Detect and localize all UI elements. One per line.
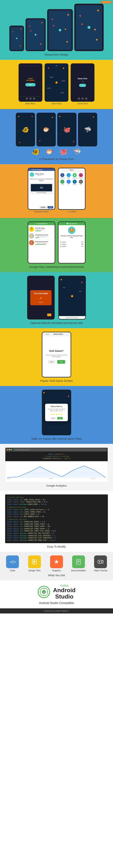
others-phone-wrapper: Share f Facebook 🐦 Twitter: [58, 168, 86, 213]
leaderboard-section: 🏆 Achievements 🏅 First 50 Coins Collect …: [0, 218, 113, 272]
svg-text:Jan 15: Jan 15: [7, 478, 11, 479]
svg-text:Feb 15: Feb 15: [49, 478, 53, 479]
code-icon-box: </>: [6, 555, 19, 568]
analytics-screenshot: // some analytics code... import 'analyt…: [5, 447, 108, 482]
easy-modify-section: //screen settings final static int GAME_…: [0, 491, 113, 552]
rate-phone: Please Rate us If you like our App, Feel…: [42, 390, 71, 435]
responsive-label: Responsive Design: [2, 53, 111, 56]
what-you-get-grid: </> Code Design Files Graphi: [2, 555, 111, 572]
responsive-phones-row: [2, 4, 111, 51]
admob-section: Test Interstitial ★ AdMob ✕: [0, 272, 113, 328]
svg-point-9: [34, 561, 35, 562]
main-menu-label: Main Menu: [25, 102, 36, 104]
documentation-item: Documentation: [69, 555, 88, 572]
fish-mascot-3: 🐙: [59, 148, 68, 156]
watermark-badge: CODECANYON: [101, 1, 112, 3]
what-you-get-section: </> Code Design Files Graphi: [0, 552, 113, 581]
pause-phone-wrapper: ← Back ShareCode.c ⋯ Exit Game? Are you …: [2, 332, 111, 377]
facebook-label: Facebook Share: [34, 211, 49, 213]
video-icon: [97, 559, 104, 565]
svg-text:Mar 15: Mar 15: [91, 478, 95, 479]
admob-phones-row: Test Interstitial ★ AdMob ✕: [2, 276, 111, 319]
interstitial-phone: Test Interstitial ★ AdMob ✕: [27, 276, 55, 319]
leaderboard-phone: 📊 Top Scores 🤩 Tell your friends how goo…: [58, 221, 86, 264]
documentation-label: Documentation: [69, 569, 88, 572]
svg-marker-10: [54, 559, 59, 564]
gameplay-phone: 12: [45, 63, 68, 102]
design-files-label: Design Files: [25, 569, 44, 572]
fish-mascot-2: 🐡: [45, 148, 54, 156]
share-section: 📘Post to Facebook Player Name Public ▾ C…: [0, 164, 113, 218]
gameplay-phones-row: Avoidthe Spikes Start Main Menu: [2, 63, 111, 104]
svg-text:</>: </>: [10, 560, 16, 564]
facebook-phone-wrapper: 📘Post to Facebook Player Name Public ▾ C…: [28, 168, 55, 213]
fish-mascots-row: 🐠 🐡 🐙 🦈: [2, 148, 111, 156]
android-studio-section: 🤖 Coding Android Studio Android Studio C…: [0, 581, 113, 608]
android-studio-logo: 🤖: [38, 586, 50, 598]
code-item: </> Code: [3, 555, 22, 572]
android-studio-logo-row: 🤖 Coding Android Studio: [4, 584, 109, 600]
pause-phone: ← Back ShareCode.c ⋯ Exit Game? Are you …: [42, 332, 71, 377]
phone-large: [47, 9, 73, 51]
documentation-icon: [75, 559, 82, 565]
char-phone-3: 🐙: [57, 113, 76, 147]
graphics-item: Graphics: [47, 555, 66, 572]
main-menu-phone: Avoidthe Spikes Start: [19, 63, 42, 102]
gameplay-wrapper: 12 Game Play: [45, 63, 68, 104]
code-label: Code: [3, 569, 22, 572]
svg-text:🤖: 🤖: [43, 591, 45, 593]
char-phone-4: 🦈: [78, 113, 97, 147]
share-phones-pair: 📘Post to Facebook Player Name Public ▾ C…: [2, 168, 111, 213]
others-phone: Share f Facebook 🐦 Twitter: [58, 168, 86, 210]
banner-phone: Advertisement Banner: [58, 276, 86, 319]
analytics-label: Google Analytics: [2, 484, 111, 487]
graphics-label: Graphics: [47, 569, 66, 572]
gameover-wrapper: Game Over 18 Ok Game Over: [71, 63, 94, 104]
gameplay-section: Avoidthe Spikes Start Main Menu: [0, 60, 113, 109]
svg-marker-3: [7, 466, 106, 478]
facebook-phone: 📘Post to Facebook Player Name Public ▾ C…: [28, 168, 55, 210]
characters-section: 🐠 🐡 🐙 🦈: [0, 109, 113, 164]
phone-medium: [25, 18, 46, 51]
characters-phones-row: 🐠 🐡 🐙 🦈: [2, 113, 111, 147]
leaderboard-label: Google Play Leaderboard and Achievements: [2, 265, 111, 269]
responsive-section: CODECANYON: [0, 0, 113, 60]
footer-bar: Powered by IntelliJ Platform.: [0, 608, 113, 614]
gameplay-label: Game Play: [51, 102, 62, 104]
fish-mascot-1: 🐠: [32, 148, 40, 156]
svg-marker-16: [99, 561, 101, 562]
design-icon: [31, 559, 38, 565]
gameover-phone: Game Over 18 Ok: [71, 63, 94, 102]
main-menu-wrapper: Avoidthe Spikes Start Main Menu: [19, 63, 42, 104]
characters-label: 4 Characters to choose from: [2, 157, 111, 160]
design-files-item: Design Files: [25, 555, 44, 572]
what-you-get-label: What You Get: [2, 574, 111, 577]
easy-modify-label: Easy To Modify: [2, 545, 111, 548]
phone-xlarge: [74, 4, 104, 51]
android-studio-title: Coding Android Studio: [53, 584, 75, 600]
analytics-section: // some analytics code... import 'analyt…: [0, 444, 113, 491]
phone-small: [9, 26, 24, 51]
others-label: ...or others: [67, 211, 76, 213]
fish-mascot-4: 🦈: [73, 148, 81, 156]
android-studio-name: Android Studio: [53, 587, 75, 600]
gameover-label: Game Over: [77, 102, 88, 104]
video-tutorial-item: Video Tutorial: [91, 555, 110, 572]
coding-subtitle: Coding: [53, 584, 75, 587]
pause-section: ← Back ShareCode.c ⋯ Exit Game? Are you …: [0, 328, 113, 386]
android-studio-label: Android Studio Compatible: [4, 601, 109, 605]
leaderboard-phones-pair: 🏆 Achievements 🏅 First 50 Coins Collect …: [2, 221, 111, 264]
achievements-phone: 🏆 Achievements 🏅 First 50 Coins Collect …: [28, 221, 55, 264]
documentation-icon-box: [72, 555, 85, 568]
graphics-icon: [53, 559, 60, 565]
char-phone-1: 🐠: [16, 113, 35, 147]
video-tutorial-label: Video Tutorial: [91, 569, 110, 572]
code-block: //screen settings final static int GAME_…: [5, 494, 108, 543]
code-icon: </>: [9, 559, 16, 565]
admob-label: Optional Admob Interstitial and Banner A…: [2, 321, 111, 324]
rate-label: 'Rate Us' Popup after several game Plays: [2, 437, 111, 440]
video-tutorial-icon-box: [94, 555, 107, 568]
char-phone-2: 🐡: [37, 113, 56, 147]
footer-text: Powered by IntelliJ Platform.: [44, 610, 69, 612]
pause-label: Pause / Exit Game Screen: [2, 379, 111, 382]
